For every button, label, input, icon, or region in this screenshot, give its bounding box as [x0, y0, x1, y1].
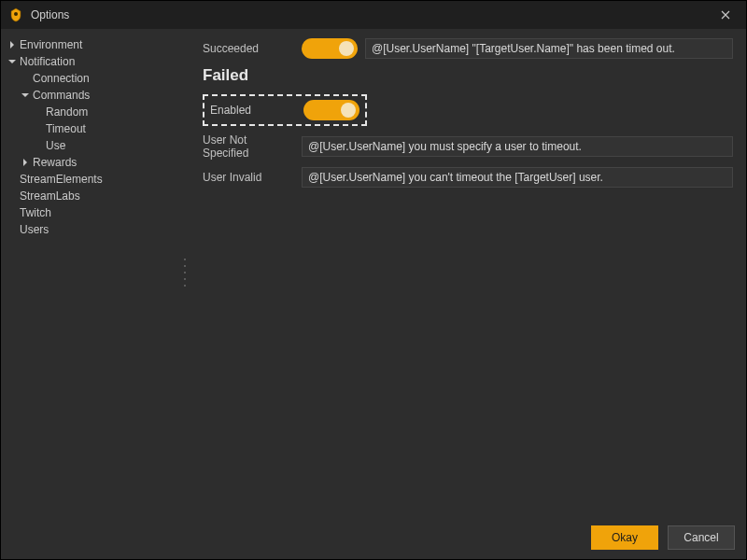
user-invalid-label: User Invalid: [203, 171, 294, 184]
window-title: Options: [31, 8, 69, 21]
sidebar-item-label: Twitch: [20, 204, 51, 221]
options-window: Options Environment: [0, 0, 747, 560]
sidebar-item-label: Timeout: [46, 120, 86, 137]
app-icon: [8, 7, 23, 22]
enabled-highlight: Enabled: [203, 94, 367, 126]
cancel-button[interactable]: Cancel: [668, 525, 735, 550]
sidebar-item-label: Notification: [20, 53, 75, 70]
sidebar-item-use[interactable]: · Use: [7, 137, 185, 154]
row-user-not-specified: User Not Specified: [203, 133, 733, 160]
sidebar-item-environment[interactable]: Environment: [7, 36, 185, 53]
chevron-right-icon: [20, 157, 31, 168]
failed-heading: Failed: [203, 66, 733, 85]
nav-tree: Environment Notification · Connection: [7, 36, 185, 238]
chevron-right-icon: [7, 39, 18, 50]
footer: Okay Cancel: [1, 516, 746, 559]
sidebar-item-timeout[interactable]: · Timeout: [7, 120, 185, 137]
enabled-label: Enabled: [210, 104, 296, 117]
sidebar-item-twitch[interactable]: · Twitch: [7, 204, 185, 221]
user-not-specified-label: User Not Specified: [203, 133, 294, 160]
sidebar-item-random[interactable]: · Random: [7, 104, 185, 120]
sidebar-item-label: Random: [46, 104, 88, 120]
user-invalid-input[interactable]: [302, 167, 733, 188]
sidebar-item-streamlabs[interactable]: · StreamLabs: [7, 188, 185, 204]
succeeded-toggle[interactable]: [302, 38, 358, 59]
chevron-down-icon: [7, 56, 18, 67]
window-body: Environment Notification · Connection: [1, 29, 746, 516]
sidebar-item-label: StreamElements: [20, 171, 103, 188]
sidebar-item-label: Commands: [33, 87, 90, 104]
sidebar-item-label: StreamLabs: [20, 188, 80, 204]
sidebar-item-label: Connection: [33, 70, 90, 87]
sidebar-item-label: Use: [46, 137, 65, 154]
sidebar-item-commands[interactable]: Commands: [7, 87, 185, 104]
okay-button[interactable]: Okay: [591, 525, 658, 550]
user-not-specified-input[interactable]: [302, 136, 733, 157]
sidebar-item-label: Environment: [20, 36, 82, 53]
sidebar: Environment Notification · Connection: [1, 29, 186, 516]
sidebar-item-connection[interactable]: · Connection: [7, 70, 185, 87]
row-succeeded: Succeeded: [203, 38, 733, 59]
succeeded-label: Succeeded: [203, 42, 294, 55]
row-user-invalid: User Invalid: [203, 167, 733, 188]
succeeded-input[interactable]: [365, 38, 733, 59]
titlebar: Options: [1, 1, 746, 29]
svg-point-0: [14, 12, 18, 16]
sidebar-item-label: Users: [20, 221, 49, 238]
enabled-toggle[interactable]: [303, 100, 359, 120]
sidebar-item-label: Rewards: [33, 154, 77, 171]
content-panel: Succeeded Failed Enabled User Not Specif…: [186, 29, 746, 516]
sidebar-item-users[interactable]: · Users: [7, 221, 185, 238]
close-icon: [721, 10, 730, 20]
window-close-button[interactable]: [705, 1, 746, 29]
sidebar-item-notification[interactable]: Notification: [7, 53, 185, 70]
sidebar-item-rewards[interactable]: Rewards: [7, 154, 185, 171]
chevron-down-icon: [20, 90, 31, 101]
sidebar-item-streamelements[interactable]: · StreamElements: [7, 171, 185, 188]
splitter-handle[interactable]: [182, 259, 188, 287]
